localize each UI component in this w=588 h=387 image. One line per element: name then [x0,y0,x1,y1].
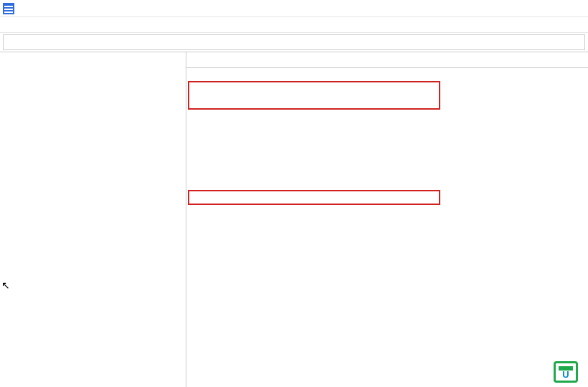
menu-file[interactable] [4,24,16,27]
highlight-box-branch-content [188,81,440,110]
main-split [0,52,588,387]
tree-view[interactable] [0,52,186,387]
menu-edit[interactable] [19,24,30,27]
titlebar [0,0,588,17]
highlight-box-ring [188,190,440,205]
list-header [186,52,588,68]
list-view[interactable] [186,52,588,387]
menu-favorites[interactable] [47,24,59,27]
menu-view[interactable] [33,24,44,27]
list-body [186,68,588,71]
regedit-icon [3,3,14,14]
menubar [0,17,588,33]
address-bar[interactable] [3,34,585,50]
menu-help[interactable] [62,24,73,27]
